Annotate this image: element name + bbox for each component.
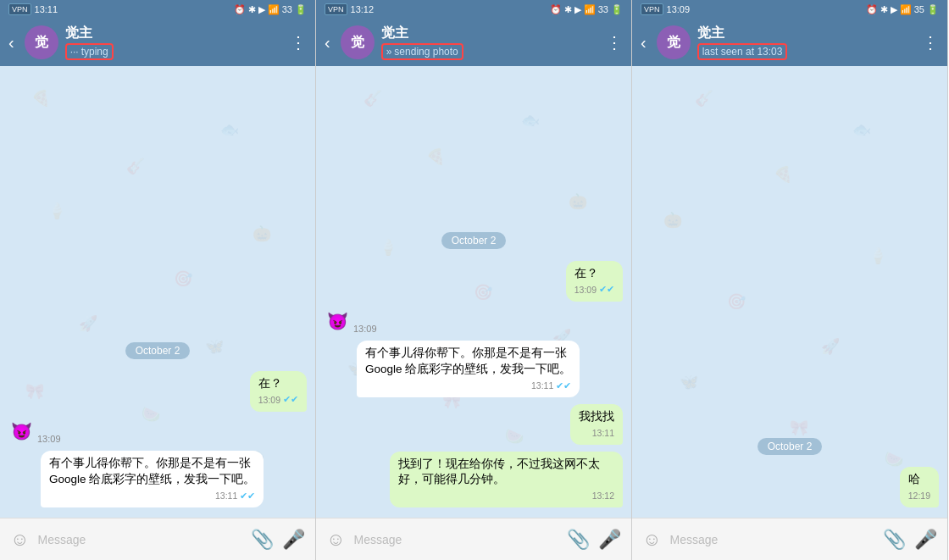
bottom-bar-3: ☺ Message 📎 🎤: [632, 518, 947, 560]
status-bar-1: VPN 13:11 ⏰ ✱ ▶ 📶 33 🔋: [0, 0, 315, 19]
status-highlight-3: last seen at 13:03: [697, 43, 788, 60]
status-time-3: 13:09: [667, 4, 691, 14]
msg-bubble: 找到了！现在给你传，不过我这网不太好，可能得几分钟。 13:12: [390, 452, 623, 507]
back-button-1[interactable]: ‹: [8, 33, 18, 53]
contact-status-2: » sending photo: [381, 43, 599, 60]
msg-bubble: 有个事儿得你帮下。你那是不是有一张Google 给底彩字的壁纸，发我一下吧。 1…: [357, 341, 580, 397]
contact-status-1: ··· typing: [65, 43, 283, 60]
back-button-2[interactable]: ‹: [325, 33, 334, 53]
date-sep-3: October 2: [758, 438, 823, 453]
status-icons-3: ⏰ ✱ ▶ 📶 35 🔋: [866, 4, 939, 15]
table-row: 在？ 13:09 ✔✔: [325, 261, 623, 302]
header-info-3: 觉主 last seen at 13:03: [697, 25, 915, 60]
panel-2: VPN 13:12 ⏰ ✱ ▶ 📶 33 🔋 ‹ 觉 觉主 » sending …: [316, 0, 632, 560]
status-bar-3: VPN 13:09 ⏰ ✱ ▶ 📶 35 🔋: [632, 0, 947, 19]
contact-name-2: 觉主: [381, 25, 599, 42]
status-highlight-1: ··· typing: [65, 43, 114, 60]
emoji-button-3[interactable]: ☺: [642, 529, 661, 551]
emoji-button-1[interactable]: ☺: [10, 529, 29, 551]
attach-button-3[interactable]: 📎: [883, 529, 906, 551]
panel-3: VPN 13:09 ⏰ ✱ ▶ 📶 35 🔋 ‹ 觉 觉主 last seen …: [632, 0, 948, 560]
vpn-badge-3: VPN: [641, 3, 663, 15]
vpn-badge: VPN: [8, 3, 31, 15]
table-row: 😈 13:09: [325, 308, 623, 334]
chat-area-3: October 2 哈 12:19: [632, 66, 947, 518]
table-row: 😈 13:09: [8, 419, 307, 444]
more-button-1[interactable]: ⋮: [290, 32, 307, 53]
table-row: 找到了！现在给你传，不过我这网不太好，可能得几分钟。 13:12: [325, 452, 623, 507]
header-info-1: 觉主 ··· typing: [65, 25, 283, 60]
avatar-3: 觉: [657, 25, 691, 59]
table-row: 哈 12:19: [641, 467, 939, 507]
status-icons-2: ⏰ ✱ ▶ 📶 33 🔋: [550, 4, 623, 15]
table-row: 有个事儿得你帮下。你那是不是有一张Google 给底彩字的壁纸，发我一下吧。 1…: [325, 341, 623, 397]
contact-status-3: last seen at 13:03: [697, 43, 915, 60]
avatar-1: 觉: [25, 25, 58, 59]
msg-avatar: 😈: [325, 308, 350, 334]
table-row: 我找找 13:11: [325, 404, 623, 445]
vpn-badge-2: VPN: [325, 3, 347, 15]
chat-header-2: ‹ 觉 觉主 » sending photo ⋮: [316, 19, 631, 66]
mic-button-1[interactable]: 🎤: [282, 529, 305, 551]
contact-name-1: 觉主: [65, 25, 283, 42]
back-button-3[interactable]: ‹: [641, 33, 650, 53]
chat-header-3: ‹ 觉 觉主 last seen at 13:03 ⋮: [632, 19, 947, 66]
message-input-2[interactable]: Message: [353, 533, 558, 546]
contact-name-3: 觉主: [697, 25, 915, 42]
table-row: 在？ 13:09 ✔✔: [8, 371, 307, 412]
chat-area-2: October 2 在？ 13:09 ✔✔ 😈 13:09 有个事儿得你帮下。你…: [316, 66, 631, 518]
chat-header-1: ‹ 觉 觉主 ··· typing ⋮: [0, 19, 315, 66]
bottom-bar-1: ☺ Message 📎 🎤: [0, 518, 315, 560]
more-button-2[interactable]: ⋮: [606, 32, 623, 53]
msg-bubble: 我找找 13:11: [570, 404, 623, 445]
status-highlight-2: » sending photo: [381, 43, 463, 60]
header-info-2: 觉主 » sending photo: [381, 25, 599, 60]
msg-bubble: 在？ 13:09 ✔✔: [250, 371, 307, 412]
attach-button-2[interactable]: 📎: [567, 529, 590, 551]
msg-bubble: 有个事儿得你帮下。你那是不是有一张Google 给底彩字的壁纸，发我一下吧。 1…: [41, 451, 264, 507]
more-button-3[interactable]: ⋮: [922, 32, 939, 53]
panel-1: VPN 13:11 ⏰ ✱ ▶ 📶 33 🔋 ‹ 觉 觉主 ··· typing…: [0, 0, 316, 560]
table-row: 有个事儿得你帮下。你那是不是有一张Google 给底彩字的壁纸，发我一下吧。 1…: [8, 451, 307, 507]
message-input-1[interactable]: Message: [37, 533, 242, 546]
chat-area-1: October 2 在？ 13:09 ✔✔ 😈 13:09 有个事儿得你帮下。你…: [0, 66, 315, 518]
msg-avatar: 😈: [8, 419, 34, 444]
message-input-3[interactable]: Message: [669, 533, 874, 546]
date-sep-1: October 2: [125, 342, 191, 358]
status-time-1: 13:11: [35, 4, 58, 14]
msg-bubble: 在？ 13:09 ✔✔: [566, 261, 623, 302]
status-time-2: 13:12: [351, 4, 375, 14]
mic-button-3[interactable]: 🎤: [914, 529, 937, 551]
mic-button-2[interactable]: 🎤: [598, 529, 621, 551]
bottom-bar-2: ☺ Message 📎 🎤: [316, 518, 631, 560]
attach-button-1[interactable]: 📎: [251, 529, 274, 551]
msg-bubble: 哈 12:19: [900, 467, 939, 507]
status-bar-2: VPN 13:12 ⏰ ✱ ▶ 📶 33 🔋: [316, 0, 631, 19]
avatar-2: 觉: [341, 25, 375, 59]
date-sep-2: October 2: [441, 232, 507, 247]
status-icons-1: ⏰ ✱ ▶ 📶 33 🔋: [234, 4, 307, 15]
emoji-button-2[interactable]: ☺: [326, 529, 345, 551]
